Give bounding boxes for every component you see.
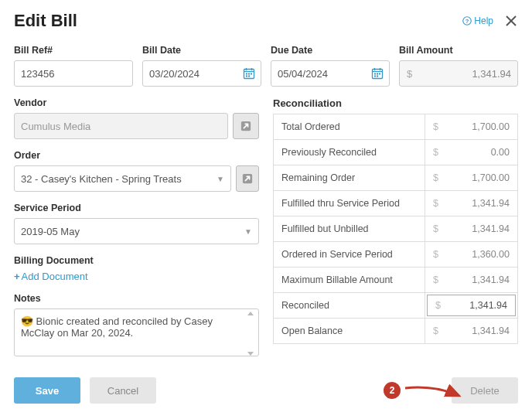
vendor-label: Vendor — [14, 97, 259, 108]
svg-rect-12 — [248, 76, 250, 77]
help-link[interactable]: ? Help — [462, 15, 493, 26]
currency-symbol: $ — [435, 300, 441, 311]
external-link-icon — [242, 173, 253, 184]
recon-amount: 1,700.00 — [472, 121, 510, 132]
svg-rect-17 — [374, 73, 376, 75]
recon-name: Remaining Order — [274, 165, 425, 191]
svg-rect-11 — [246, 76, 247, 77]
page-title: Edit Bill — [14, 11, 462, 31]
bill-ref-input[interactable] — [14, 60, 133, 87]
svg-rect-20 — [374, 76, 376, 77]
table-row: Open Balance$1,341.94 — [274, 319, 518, 344]
currency-symbol: $ — [433, 274, 438, 285]
cancel-button[interactable]: Cancel — [90, 377, 156, 404]
svg-rect-18 — [377, 73, 378, 75]
order-label: Order — [14, 150, 259, 161]
billing-doc-label: Billing Document — [14, 255, 259, 266]
close-icon — [504, 14, 518, 28]
external-link-icon — [240, 121, 251, 131]
vendor-input — [14, 113, 228, 139]
currency-symbol: $ — [433, 223, 438, 234]
calendar-icon[interactable] — [243, 67, 255, 80]
bill-ref-label: Bill Ref# — [14, 45, 133, 56]
recon-amount: 1,700.00 — [472, 172, 510, 183]
table-row: Previously Reconciled$0.00 — [274, 140, 518, 165]
recon-amount: 1,341.94 — [472, 223, 510, 234]
close-button[interactable] — [504, 14, 518, 28]
svg-rect-8 — [246, 73, 247, 75]
reconciliation-table: Total Ordered$1,700.00Previously Reconci… — [273, 114, 518, 344]
svg-rect-10 — [251, 73, 252, 75]
service-period-label: Service Period — [14, 203, 259, 213]
save-button[interactable]: Save — [14, 377, 80, 404]
table-row: Maximum Billable Amount$1,341.94 — [274, 268, 518, 293]
svg-rect-9 — [248, 73, 250, 75]
currency-symbol: $ — [433, 172, 438, 183]
scroll-up-icon — [247, 312, 254, 315]
table-row: Ordered in Service Period$1,360.00 — [274, 242, 518, 268]
table-row: Reconciled$1,341.94 — [274, 293, 518, 319]
recon-amount: 1,341.94 — [472, 274, 510, 285]
order-selected: 32 - Casey's Kitchen - Spring Treats — [21, 173, 182, 185]
recon-amount: 1,360.00 — [472, 249, 510, 260]
notes-textarea[interactable] — [14, 308, 259, 356]
table-row: Fulfilled thru Service Period$1,341.94 — [274, 191, 518, 216]
recon-value: $0.00 — [425, 140, 518, 165]
recon-name: Fulfilled but Unbilled — [274, 216, 425, 242]
add-document-link[interactable]: +Add Document — [14, 271, 88, 282]
table-row: Fulfilled but Unbilled$1,341.94 — [274, 216, 518, 242]
recon-name: Ordered in Service Period — [274, 242, 425, 268]
due-date-label: Due Date — [271, 45, 390, 56]
chevron-down-icon: ▼ — [244, 227, 252, 236]
recon-name: Previously Reconciled — [274, 140, 425, 165]
recon-value: $1,700.00 — [425, 165, 518, 191]
recon-amount: 1,341.94 — [472, 325, 510, 336]
currency-symbol: $ — [433, 121, 438, 132]
recon-name: Maximum Billable Amount — [274, 268, 425, 293]
help-icon: ? — [462, 16, 472, 26]
currency-symbol: $ — [433, 147, 438, 158]
currency-symbol: $ — [433, 198, 438, 209]
reconciliation-title: Reconciliation — [273, 97, 518, 109]
svg-rect-19 — [379, 73, 380, 75]
vendor-open-button[interactable] — [233, 113, 259, 139]
annotation-arrow — [404, 383, 466, 409]
svg-rect-21 — [377, 76, 378, 77]
recon-value: $1,700.00 — [425, 114, 518, 140]
table-row: Total Ordered$1,700.00 — [274, 114, 518, 140]
bill-date-label: Bill Date — [142, 45, 261, 56]
bill-amount-label: Bill Amount — [399, 45, 518, 56]
recon-value[interactable]: $1,341.94 — [425, 293, 518, 319]
currency-symbol: $ — [433, 249, 438, 260]
help-label: Help — [474, 15, 493, 26]
add-document-label: Add Document — [22, 271, 88, 282]
recon-value: $1,341.94 — [425, 319, 518, 344]
recon-name: Reconciled — [274, 293, 425, 319]
currency-symbol: $ — [407, 68, 412, 80]
svg-text:?: ? — [466, 18, 469, 25]
notes-scrollbar[interactable] — [245, 312, 256, 356]
order-open-button[interactable] — [236, 165, 259, 192]
recon-name: Total Ordered — [274, 114, 425, 140]
table-row: Remaining Order$1,700.00 — [274, 165, 518, 191]
recon-value: $1,341.94 — [425, 216, 518, 242]
service-period-select[interactable]: 2019-05 May ▼ — [14, 218, 259, 244]
order-select[interactable]: 32 - Casey's Kitchen - Spring Treats ▼ — [14, 165, 231, 192]
recon-name: Fulfilled thru Service Period — [274, 191, 425, 216]
notes-label: Notes — [14, 293, 259, 304]
recon-amount: 1,341.94 — [469, 300, 507, 311]
recon-value: $1,341.94 — [425, 191, 518, 216]
recon-amount: 0.00 — [491, 147, 510, 158]
chevron-down-icon: ▼ — [217, 175, 224, 183]
bill-amount-input[interactable] — [399, 60, 518, 87]
recon-value: $1,360.00 — [425, 242, 518, 268]
scroll-down-icon — [247, 352, 254, 356]
annotation-badge: 2 — [384, 382, 401, 399]
plus-icon: + — [14, 271, 20, 282]
recon-name: Open Balance — [274, 319, 425, 344]
recon-amount: 1,341.94 — [472, 198, 510, 209]
calendar-icon[interactable] — [371, 67, 384, 80]
currency-symbol: $ — [433, 325, 438, 336]
recon-value: $1,341.94 — [425, 268, 518, 293]
service-period-selected: 2019-05 May — [21, 226, 80, 237]
